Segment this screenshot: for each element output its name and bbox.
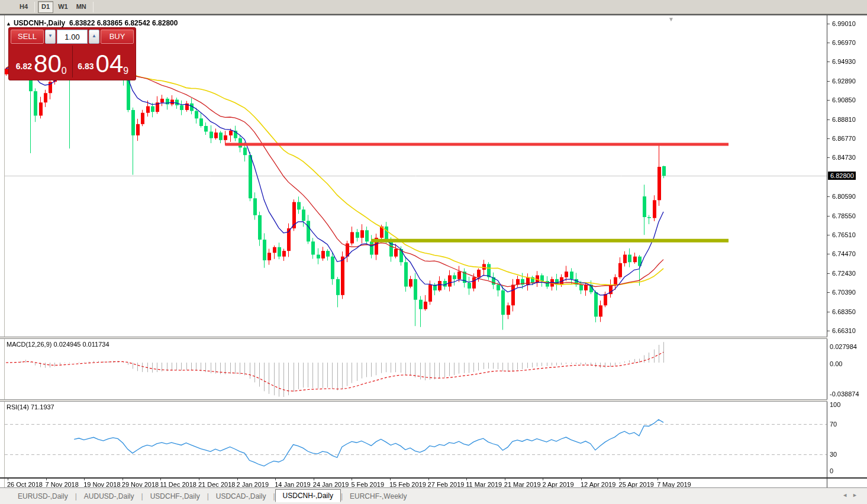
chart-ohlc-values: 6.83822 6.83865 6.82542 6.82800	[69, 19, 178, 27]
macd-axis-label: -0.038874	[830, 390, 859, 398]
date-axis-border	[0, 477, 867, 479]
macd-main-value: 0.024945	[53, 341, 80, 348]
price-axis-label: 6.66310	[832, 327, 856, 334]
chart-left-border	[4, 15, 5, 489]
price-axis-border	[827, 15, 827, 489]
buy-price-big: 04	[96, 53, 124, 75]
rsi-panel-divider[interactable]	[0, 399, 827, 402]
chart-window: ▲USDCNH-,Daily 6.83822 6.83865 6.82542 6…	[0, 14, 867, 504]
chart-symbol-label: USDCNH-,Daily	[14, 19, 65, 27]
chart-tab-bar: EURUSD-,Daily|AUDUSD-,Daily|USDCHF-,Dail…	[0, 487, 867, 504]
sell-price-prefix: 6.82	[16, 57, 32, 75]
rsi-value: 71.1937	[31, 403, 54, 411]
macd-axis-label: 0.027984	[830, 343, 857, 350]
timeframe-button-h4[interactable]: H4	[16, 1, 31, 13]
collapse-chart-icon[interactable]: ▲	[6, 21, 11, 27]
chart-tab-audusd[interactable]: AUDUSD-,Daily	[77, 490, 141, 502]
price-axis-label: 6.90850	[832, 96, 856, 104]
sell-button[interactable]: SELL	[11, 30, 44, 44]
buy-button[interactable]: BUY	[101, 30, 134, 44]
chart-tab-usdcad[interactable]: USDCAD-,Daily	[209, 490, 273, 502]
one-click-trade-panel: SELL ▼ ▲ BUY 6.82 80 0 6.83 04 9	[8, 27, 136, 80]
macd-indicator-label: MACD(12,26,9) 0.024945 0.011734	[7, 341, 109, 348]
macd-panel-divider[interactable]	[0, 337, 827, 339]
rsi-indicator-label: RSI(14) 71.1937	[7, 403, 54, 411]
macd-axis-label: 0.00	[830, 360, 842, 367]
price-axis-label: 6.99010	[832, 20, 856, 27]
price-axis-label: 6.96970	[832, 39, 856, 46]
price-axis-label: 6.84730	[832, 154, 856, 161]
chart-shift-marker-icon[interactable]: ▼	[668, 16, 674, 22]
price-axis-label: 6.76510	[832, 231, 856, 238]
sell-price-big: 80	[34, 53, 62, 75]
price-axis-label: 6.94930	[832, 58, 856, 65]
timeframe-button-w1[interactable]: W1	[54, 1, 72, 13]
timeframe-toolbar: H4D1W1MN	[0, 0, 867, 14]
rsi-axis-label: 30	[830, 451, 837, 458]
macd-signal-value: 0.011734	[82, 341, 109, 348]
price-axis-label: 6.88810	[832, 116, 856, 123]
price-axis-label: 6.68350	[832, 308, 856, 315]
chart-tab-eurchf[interactable]: EURCHF-,Weekly	[343, 490, 414, 502]
rsi-axis-label: 70	[830, 421, 837, 428]
current-price-tag: 6.82800	[828, 172, 856, 180]
chart-tab-usdchf[interactable]: USDCHF-,Daily	[143, 490, 207, 502]
sell-price-display[interactable]: 6.82 80 0	[11, 46, 73, 77]
price-axis-label: 6.72430	[832, 270, 856, 277]
buy-price-sup: 9	[123, 67, 128, 75]
chart-tab-usdcnh[interactable]: USDCNH-,Daily	[275, 489, 341, 502]
price-axis-label: 6.70390	[832, 289, 856, 296]
chart-tab-eurusd[interactable]: EURUSD-,Daily	[11, 490, 75, 502]
price-axis-label: 6.78550	[832, 212, 856, 219]
timeframe-button-d1[interactable]: D1	[38, 1, 53, 13]
timeframe-button-mn[interactable]: MN	[73, 1, 90, 13]
chart-title: ▲USDCNH-,Daily 6.83822 6.83865 6.82542 6…	[6, 19, 178, 27]
price-axis-label: 6.86770	[832, 135, 856, 142]
price-axis-label: 6.92890	[832, 77, 856, 85]
rsi-axis-label: 0	[830, 467, 833, 474]
volume-input[interactable]	[57, 30, 88, 44]
buy-price-display[interactable]: 6.83 04 9	[73, 46, 134, 77]
price-axis-label: 6.74470	[832, 250, 856, 257]
main-chart-canvas[interactable]	[0, 15, 867, 504]
buy-price-prefix: 6.83	[78, 57, 94, 75]
tabs-scroll-left-icon[interactable]: ◄	[842, 492, 852, 498]
terminal-window: H4D1W1MN ▲USDCNH-,Daily 6.83822 6.83865 …	[0, 0, 867, 504]
volume-up-button[interactable]: ▲	[89, 30, 99, 44]
price-axis-label: 6.80590	[832, 193, 856, 200]
tabs-scroll-right-icon[interactable]: ►	[852, 492, 862, 498]
volume-down-button[interactable]: ▼	[45, 30, 56, 44]
sell-price-sup: 0	[62, 67, 67, 75]
rsi-axis-label: 100	[830, 401, 840, 408]
